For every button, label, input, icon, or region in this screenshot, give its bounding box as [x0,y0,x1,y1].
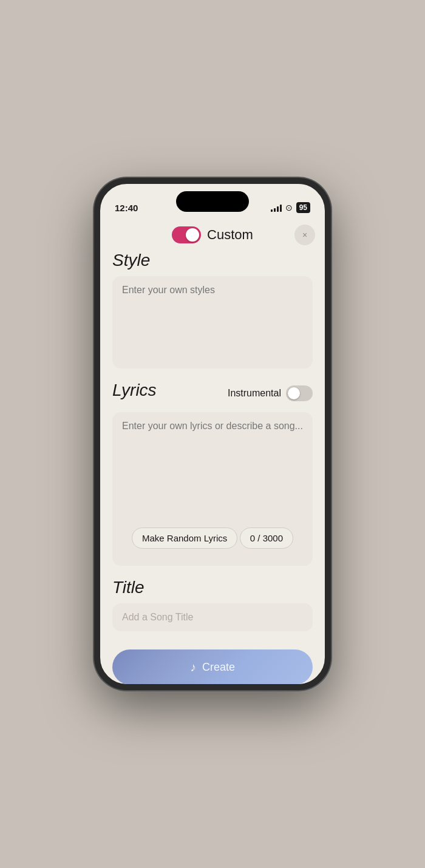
custom-toggle[interactable] [172,226,201,243]
instrumental-label: Instrumental [228,388,281,399]
instrumental-toggle[interactable] [286,385,313,401]
status-icons: ⊙ 95 [271,202,310,213]
style-section: Style [100,251,325,381]
custom-toggle-label: Custom [207,227,253,243]
dynamic-island [176,191,249,212]
lyrics-footer: Make Random Lyrics 0 / 3000 [122,520,303,557]
lyrics-input-box[interactable]: Make Random Lyrics 0 / 3000 [112,412,313,566]
music-note-icon: ♪ [190,660,196,674]
close-button[interactable]: × [294,225,315,245]
style-section-title: Style [112,251,313,270]
title-input-box[interactable] [112,603,313,631]
wifi-icon: ⊙ [285,203,293,212]
power-button[interactable] [330,299,331,354]
create-button-label: Create [202,661,235,674]
char-count-badge: 0 / 3000 [240,527,293,549]
title-section: Title [100,578,325,643]
random-lyrics-button[interactable]: Make Random Lyrics [132,527,237,549]
custom-toggle-container: Custom [172,226,253,243]
create-section: ♪ Create [100,643,325,684]
lyrics-section: Lyrics Instrumental Make Random Lyrics 0… [100,381,325,578]
signal-icon [271,203,282,212]
title-input[interactable] [122,612,303,623]
scroll-content[interactable]: Custom × Style Lyrics Instrumental [100,217,325,684]
lyrics-textarea[interactable] [122,421,303,518]
volume-down-button[interactable] [94,338,95,375]
style-input-box[interactable] [112,276,313,368]
mute-button[interactable] [94,263,95,285]
title-section-title: Title [112,578,313,597]
lyrics-header: Lyrics Instrumental [112,381,313,406]
status-time: 12:40 [115,203,138,213]
instrumental-row: Instrumental [228,385,313,401]
header: Custom × [100,217,325,251]
volume-up-button[interactable] [94,293,95,330]
lyrics-section-title: Lyrics [112,381,157,400]
battery-indicator: 95 [296,202,310,213]
phone-frame: 12:40 ⊙ 95 Custom × [94,178,331,690]
style-textarea[interactable] [122,285,303,358]
create-button[interactable]: ♪ Create [112,649,313,684]
